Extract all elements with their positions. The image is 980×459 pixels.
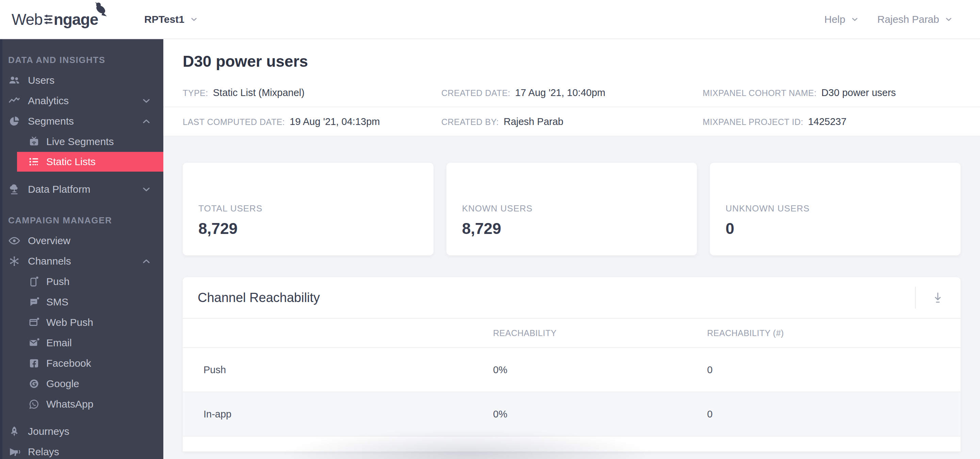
cell-reachability: 0% [493, 364, 707, 376]
meta-created-by: CREATED BY: Rajesh Parab [441, 116, 703, 128]
chat-bubble-dot-icon [28, 296, 40, 308]
stat-card-known-users: KNOWN USERS 8,729 [447, 163, 697, 255]
cell-reachability: 0% [493, 409, 707, 420]
sidebar-item-data-platform[interactable]: Data Platform [0, 179, 163, 199]
hub-icon [8, 254, 21, 268]
cell-channel: Push [183, 364, 493, 376]
meta-row-1: TYPE: Static List (Mixpanel) CREATED DAT… [163, 79, 980, 107]
table-row-partial [183, 437, 961, 451]
chevron-down-icon [141, 96, 152, 106]
logo-text-light: Web [11, 10, 43, 29]
sidebar-item-push[interactable]: Push [0, 271, 163, 292]
facebook-icon [28, 357, 40, 370]
meta-mixpanel-cohort-name: MIXPANEL COHORT NAME: D30 power users [703, 87, 980, 99]
sidebar-item-web-push[interactable]: Web Push [0, 312, 163, 333]
meta-type: TYPE: Static List (Mixpanel) [183, 87, 441, 99]
smartphone-dot-icon [28, 276, 40, 288]
sidebar-item-segments[interactable]: Segments [0, 111, 163, 131]
channel-reachability-header: Channel Reachability [183, 277, 961, 319]
stat-card-total-users: TOTAL USERS 8,729 [183, 163, 434, 255]
topbar: Web ngage RPTest1 Help [0, 0, 980, 39]
meta-mixpanel-project-id: MIXPANEL PROJECT ID: 1425237 [703, 116, 980, 128]
vertical-divider [915, 287, 916, 309]
sidebar-item-facebook[interactable]: Facebook [0, 353, 163, 373]
section-data-and-insights: DATA AND INSIGHTS [0, 39, 163, 65]
chevron-down-icon [944, 14, 953, 24]
sidebar-item-channels[interactable]: Channels [0, 251, 163, 271]
channel-reachability-card: Channel Reachability REACHABILITY REACHA… [183, 277, 961, 451]
channel-reachability-title: Channel Reachability [198, 290, 320, 305]
sidebar-item-email[interactable]: Email [0, 333, 163, 353]
sidebar-item-relays[interactable]: Relays [0, 441, 163, 459]
bird-icon [91, 2, 110, 20]
meta-row-2: LAST COMPUTED DATE: 19 Aug '21, 04:13pm … [163, 107, 980, 136]
analytics-icon [8, 94, 21, 108]
reachability-actions [915, 287, 946, 309]
static-lists-icon [28, 156, 40, 168]
segments-icon [8, 115, 21, 128]
column-reachability: REACHABILITY [493, 328, 707, 338]
sidebar-item-sms[interactable]: SMS [0, 292, 163, 312]
sidebar-item-google[interactable]: Google [0, 373, 163, 394]
help-menu[interactable]: Help [824, 14, 860, 25]
live-segments-icon [28, 135, 40, 148]
google-icon [28, 378, 40, 390]
chevron-down-icon [850, 14, 859, 24]
reachability-table-header: REACHABILITY REACHABILITY (#) [183, 319, 961, 348]
page-header: D30 power users TYPE: Static List (Mixpa… [163, 39, 980, 136]
table-row-in-app: In-app 0% 0 [183, 392, 961, 437]
meta-last-computed-date: LAST COMPUTED DATE: 19 Aug '21, 04:13pm [183, 116, 441, 128]
cell-reachability-count: 0 [707, 409, 961, 420]
megaphone-icon [8, 445, 21, 459]
sidebar-item-users[interactable]: Users [0, 70, 163, 91]
data-platform-icon [8, 183, 21, 196]
cell-reachability-count: 0 [707, 364, 961, 376]
user-menu[interactable]: Rajesh Parab [877, 14, 953, 25]
chevron-down-icon [189, 14, 199, 24]
page-title: D30 power users [163, 39, 980, 79]
project-selector[interactable]: RPTest1 [144, 0, 199, 38]
section-campaign-manager: CAMPAIGN MANAGER [0, 199, 163, 226]
whatsapp-icon [28, 398, 40, 410]
stat-card-unknown-users: UNKNOWN USERS 0 [710, 163, 961, 255]
sidebar: DATA AND INSIGHTS Users Analytics [0, 39, 163, 459]
stats-cards: TOTAL USERS 8,729 KNOWN USERS 8,729 UNKN… [183, 163, 961, 255]
column-reachability-count: REACHABILITY (#) [707, 328, 961, 338]
sidebar-item-overview[interactable]: Overview [0, 231, 163, 251]
chevron-up-icon [141, 116, 152, 127]
envelope-dot-icon [28, 337, 40, 349]
meta-created-date: CREATED DATE: 17 Aug '21, 10:40pm [441, 87, 703, 99]
cell-channel: In-app [183, 409, 493, 420]
sidebar-item-analytics[interactable]: Analytics [0, 91, 163, 111]
users-icon [8, 73, 21, 87]
topbar-right: Help Rajesh Parab [824, 14, 980, 25]
sidebar-item-whatsapp[interactable]: WhatsApp [0, 394, 163, 414]
browser-dot-icon [28, 316, 40, 328]
logo-arrows-icon [43, 13, 53, 26]
chevron-down-icon [141, 184, 152, 195]
webengage-logo[interactable]: Web ngage [11, 10, 98, 29]
sidebar-item-static-lists[interactable]: Static Lists [17, 152, 163, 172]
main-content: D30 power users TYPE: Static List (Mixpa… [163, 39, 980, 459]
user-name: Rajesh Parab [877, 14, 939, 25]
help-label: Help [824, 14, 846, 25]
project-name: RPTest1 [144, 14, 185, 25]
rocket-icon [8, 425, 21, 438]
download-button[interactable] [930, 290, 946, 306]
table-row-push: Push 0% 0 [183, 348, 961, 392]
sidebar-item-live-segments[interactable]: Live Segments [0, 131, 163, 152]
chevron-up-icon [141, 256, 152, 267]
eye-icon [8, 234, 21, 247]
sidebar-item-journeys[interactable]: Journeys [0, 421, 163, 441]
